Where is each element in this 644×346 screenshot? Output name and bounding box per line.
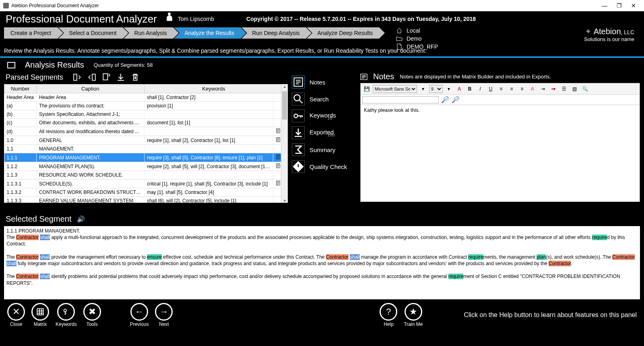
italic-icon[interactable]: I [476,84,485,93]
minimize-button[interactable]: — [597,2,612,9]
close-window-button[interactable]: ✕ [626,2,641,9]
table-row[interactable]: 1.1.1PROGRAM MANAGEMENT.require [3], sha… [4,153,281,162]
segments-scrollbar[interactable] [281,84,288,203]
table-row[interactable]: 1.1MANAGEMENT. [4,145,281,153]
bottom-bar: ✕Close Matrix Keywords ✖Tools ←Previous … [0,300,644,330]
color-dd[interactable]: ▪▾ [549,84,558,93]
selected-segment-body: 1.1.1 PROGRAM MANAGEMENT. The Contractor… [4,226,640,299]
indent-icon[interactable]: ⇥ [539,84,547,93]
save-icon[interactable]: 💾 [362,84,371,93]
notes-panel: Notes Notes are displayed in the Matrix … [360,72,640,213]
bullets-icon[interactable]: ☰ [559,84,568,93]
image-icon[interactable]: ▧ [570,84,579,93]
svg-rect-0 [74,74,77,80]
highlight-icon[interactable]: A [528,84,537,93]
trash-icon[interactable] [131,73,140,82]
analysis-title: Analysis Results [25,60,84,70]
tab-exported[interactable]: Exported160 [292,124,356,141]
tab-search[interactable]: Search [292,91,356,107]
logo-suffix: , LLC [621,29,634,35]
maximize-button[interactable]: ❐ [612,2,626,9]
notes-editor: 💾 Microsoft Sans Ser ▾ 9 ▾ A B I U ≡ ≡ ≡… [360,83,640,202]
segments-table[interactable]: Number Caption Keywords Header AreaHeade… [4,84,281,203]
workflow-steps: Create a ProjectSelect a DocumentRun Ana… [4,27,380,39]
download-icon[interactable] [116,73,125,82]
folder-icon [396,36,402,41]
train-me-button[interactable]: ★Train Me [404,303,423,327]
font-dd[interactable]: ▾ [419,84,427,93]
workflow-step-4[interactable]: Run Deep Analysis [242,27,306,39]
crumb-local[interactable]: Local [407,27,420,34]
col-number[interactable]: Number [4,84,37,93]
table-row[interactable]: (d)All revisions and modifications there… [4,127,281,136]
workflow-bar: Create a ProjectSelect a DocumentRun Ana… [0,27,644,47]
svg-rect-2 [103,74,107,80]
align-right-icon[interactable]: ≡ [518,84,526,93]
next-button[interactable]: →Next [155,303,173,327]
tagline: Solutions is our name [584,36,634,42]
size-select[interactable]: 9 [429,85,443,93]
selected-segment-header: Selected Segment 🔊 [0,213,644,225]
workflow-step-5[interactable]: Analyze Deep Results [307,27,379,39]
tab-keywords[interactable]: Keywords16 [292,107,356,124]
workflow-step-3[interactable]: Analyze the Results [174,27,241,39]
combine-icon[interactable] [87,73,96,82]
workflow-step-1[interactable]: Select a Document [58,27,123,39]
svg-point-13 [64,309,67,312]
size-dd[interactable]: ▾ [444,84,453,93]
table-row[interactable]: 1.1.3.1SCHEDULE(S).critical [1], require… [4,179,281,188]
workflow-step-2[interactable]: Run Analysis [124,27,173,39]
font-select[interactable]: Microsoft Sans Ser [373,85,417,93]
user-name: Tom Lipscomb [178,16,214,22]
editor-search-input[interactable] [362,96,439,103]
table-row[interactable]: 1.1.3.3EARNED VALUE MANAGEMENT SYSTEM.sh… [4,197,281,203]
table-row[interactable]: 1.1.3.2CONTRACT WORK BREAKDOWN STRUCTURE… [4,188,281,197]
parsed-segments-title: Parsed Segments [6,73,63,82]
tab-notes[interactable]: Notes [292,74,356,91]
table-row[interactable]: 1.1.3RESOURCE AND WORK SCHEDULE. [4,171,281,179]
search-icon [292,93,305,105]
key-icon [292,109,305,122]
align-left-icon[interactable]: ≡ [497,84,506,93]
logo-name: Atebion [594,27,621,36]
split-icon[interactable] [73,73,82,82]
speak-icon[interactable]: 🔊 [77,215,85,223]
col-caption[interactable]: Caption [36,84,144,93]
app-small-icon [3,3,9,8]
exported-count: 160 [327,132,334,137]
table-row[interactable]: 1.1.2MANAGEMENT PLAN(S).require [2], sha… [4,162,281,171]
workflow-step-0[interactable]: Create a Project [4,27,58,39]
table-row[interactable]: 1.0GENERALrequire [1], shall [2], Contra… [4,136,281,145]
notes-body[interactable]: Kathy please look at this. [361,105,640,115]
edit-icon[interactable] [102,73,111,82]
table-row[interactable]: (a)The provisions of this contract;provi… [4,102,281,110]
titlebar: Atebion Professional Document Analyzer —… [0,0,644,11]
notes-panel-icon [360,74,367,80]
crumb-project[interactable]: Demo [407,35,421,42]
editor-search-row: 🔎 🔎 [361,95,640,105]
col-keywords[interactable]: Keywords [144,84,281,93]
underline-icon[interactable]: U [486,84,495,93]
align-center-icon[interactable]: ≡ [507,84,516,93]
help-button[interactable]: ?Help [380,303,397,327]
find-icon[interactable]: 🔎 [441,96,449,103]
tab-summary[interactable]: Summary [292,141,356,158]
matrix-button[interactable]: Matrix [31,303,49,327]
close-button[interactable]: ✕Close [7,303,25,327]
notes-icon [292,76,305,89]
zoom-icon[interactable]: 🔍 [580,84,589,93]
table-row[interactable]: Header AreaHeader Areashall [1], Contrac… [4,93,281,102]
previous-button[interactable]: ←Previous [130,303,149,327]
svg-point-10 [294,114,298,118]
bottom-hint: Click on the Help button to learn about … [464,311,637,319]
font-color-icon[interactable]: A [455,84,464,93]
bold-icon[interactable]: B [465,84,474,93]
sigma-icon [292,143,305,156]
tools-button[interactable]: ✖Tools [83,303,101,327]
selected-segment-title: Selected Segment [6,214,71,224]
tab-quality-check[interactable]: Quality Check [292,158,356,175]
table-row[interactable]: (c)Other documents, exhibits, and attach… [4,119,281,127]
keywords-button[interactable]: Keywords [56,303,77,327]
find-clear-icon[interactable]: 🔎 [452,96,460,103]
table-row[interactable]: (b)System Specification, Attachment J-1; [4,110,281,119]
